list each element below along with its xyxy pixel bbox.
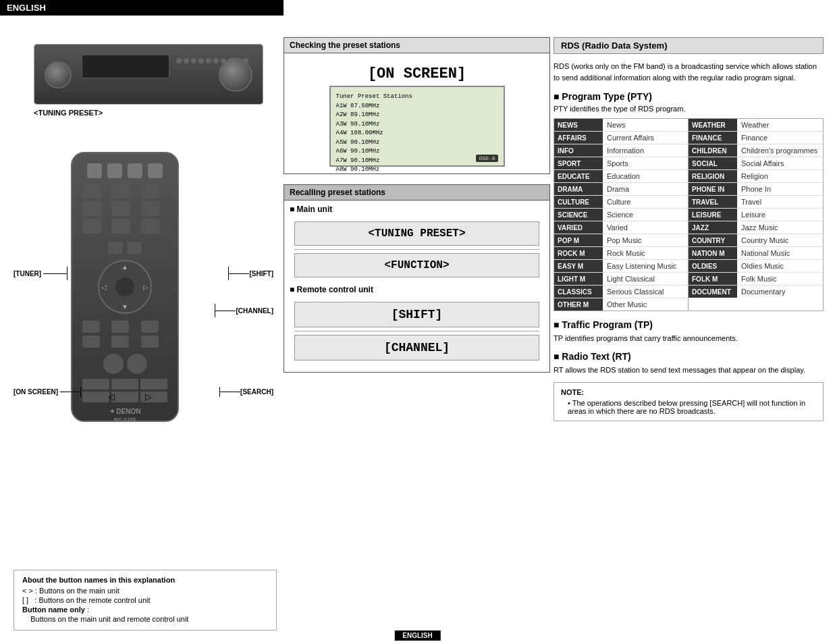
remote-round-btn bbox=[127, 354, 147, 374]
remote-small-btn bbox=[140, 392, 167, 402]
pty-code: VARIED bbox=[554, 221, 603, 234]
pty-code: FOLK M bbox=[689, 273, 737, 285]
pty-name: Documentary bbox=[737, 286, 789, 298]
on-screen-label-group: [ON SCREEN] bbox=[14, 387, 81, 397]
pty-row: DOCUMENT Documentary bbox=[689, 286, 823, 298]
pty-code: CULTURE bbox=[554, 196, 603, 208]
pty-code: PHONE IN bbox=[689, 183, 737, 195]
program-type-heading: Program Type (PTY) bbox=[554, 91, 824, 102]
tuner-label-group: [TUNER] bbox=[14, 267, 68, 280]
pty-row: SCIENCE Science bbox=[554, 209, 688, 221]
remote-logo: ✦ DENONRC-1120 bbox=[72, 408, 178, 423]
pty-name: Religion bbox=[737, 170, 772, 182]
screen-line-8: A8W 90.10MHz bbox=[336, 165, 498, 175]
recalling-title: Recalling preset stations bbox=[284, 185, 549, 200]
explanation-line3: Button name only : bbox=[22, 606, 268, 614]
pty-name: Serious Classical bbox=[603, 286, 668, 298]
search-label: [SEARCH] bbox=[240, 388, 273, 396]
pty-name: Phone In bbox=[737, 183, 775, 195]
remote-small-btn bbox=[111, 379, 138, 390]
pty-row: EDUCATE Education bbox=[554, 170, 688, 183]
pty-row: TRAVEL Travel bbox=[689, 196, 823, 209]
receiver-knob-right bbox=[219, 58, 252, 92]
screen-line-6: A6W 90.10MHz bbox=[336, 147, 498, 157]
pty-name: Weather bbox=[737, 119, 773, 131]
remote-num-btn bbox=[82, 201, 101, 216]
center-panel: Checking the preset stations [ON SCREEN]… bbox=[284, 37, 550, 383]
pty-row: AFFAIRS Current Affairs bbox=[554, 132, 688, 144]
pty-code: LIGHT M bbox=[554, 273, 603, 285]
checking-content: [ON SCREEN] Tuner Preset Stations A1W 87… bbox=[284, 53, 549, 173]
pty-code: RELIGION bbox=[689, 170, 737, 182]
screen-line-1: A1W 87.50MHz bbox=[336, 102, 498, 111]
remote-top-btn bbox=[87, 163, 102, 178]
pty-name: Current Affairs bbox=[603, 132, 658, 144]
remote-body: ▲ ▼ ◁ ▷ bbox=[71, 152, 179, 422]
pty-name: Easy Listening Music bbox=[603, 260, 680, 272]
pty-name: Folk Music bbox=[737, 273, 781, 285]
pty-row: DRAMA Drama bbox=[554, 183, 688, 196]
pty-row: EASY M Easy Listening Music bbox=[554, 260, 688, 273]
pty-code: NEWS bbox=[554, 119, 603, 131]
remote-top-btn bbox=[128, 163, 142, 178]
pty-name: Social Affairs bbox=[737, 157, 788, 169]
pty-name: News bbox=[603, 119, 630, 131]
note-label: NOTE: bbox=[561, 388, 816, 396]
pty-name: Oldies Music bbox=[737, 260, 788, 272]
receiver-image bbox=[34, 44, 263, 105]
remote-control-header: Remote control unit bbox=[284, 281, 549, 298]
remote-small-btn bbox=[82, 392, 109, 402]
right-panel: RDS (Radio Data System) RDS (works only … bbox=[554, 37, 824, 421]
pty-row: ROCK M Rock Music bbox=[554, 247, 688, 260]
remote-bottom-btn bbox=[141, 336, 159, 348]
pty-name: Country Music bbox=[737, 234, 792, 246]
remote-small-btn bbox=[111, 392, 138, 402]
traffic-heading: Traffic Program (TP) bbox=[554, 319, 824, 330]
pty-name: Varied bbox=[603, 221, 632, 234]
screen-line-4: A4W 108.00MHz bbox=[336, 129, 498, 138]
receiver-display bbox=[82, 55, 169, 78]
pty-code: EDUCATE bbox=[554, 170, 603, 182]
pty-code: FINANCE bbox=[689, 132, 737, 144]
note-section: NOTE: The operations described below pre… bbox=[554, 382, 824, 421]
pty-row: VARIED Varied bbox=[554, 221, 688, 234]
pty-code: POP M bbox=[554, 234, 603, 246]
button-name-only: Button name only bbox=[22, 606, 85, 614]
remote-arrow-left: ◁ bbox=[108, 392, 115, 402]
tuning-preset-label: <TUNING PRESET> bbox=[34, 109, 277, 117]
channel-button: [CHANNEL] bbox=[294, 335, 539, 360]
remote-num-btn bbox=[111, 219, 130, 234]
recalling-section: Recalling preset stations Main unit <TUN… bbox=[284, 184, 550, 373]
pty-row: INFO Information bbox=[554, 144, 688, 157]
checking-section: Checking the preset stations [ON SCREEN]… bbox=[284, 37, 550, 174]
remote-num-btn bbox=[141, 184, 160, 198]
pty-code: OLDIES bbox=[689, 260, 737, 272]
radio-text-desc: RT allows the RDS station to send text m… bbox=[554, 365, 824, 376]
pty-code: SPORT bbox=[554, 157, 603, 169]
shift-button: [SHIFT] bbox=[294, 302, 539, 327]
pty-code: AFFAIRS bbox=[554, 132, 603, 144]
language-label: ENGLISH bbox=[7, 3, 46, 13]
pty-row: SOCIAL Social Affairs bbox=[689, 157, 823, 170]
remote-bottom-btn bbox=[141, 321, 159, 333]
pty-code: ROCK M bbox=[554, 247, 603, 259]
checking-title: Checking the preset stations bbox=[284, 38, 549, 53]
remote-num-btn bbox=[82, 184, 101, 198]
pty-code: DRAMA bbox=[554, 183, 603, 195]
angle-desc: : Buttons on the main unit bbox=[35, 587, 119, 595]
remote-small-btn bbox=[82, 379, 109, 390]
radio-text-heading: Radio Text (RT) bbox=[554, 351, 824, 362]
traffic-desc: TP identifies programs that carry traffi… bbox=[554, 333, 824, 344]
main-unit-header: Main unit bbox=[284, 200, 549, 218]
pty-code: TRAVEL bbox=[689, 196, 737, 208]
pty-code: CHILDREN bbox=[689, 144, 737, 157]
pty-row: NEWS News bbox=[554, 119, 688, 132]
pty-row: JAZZ Jazz Music bbox=[689, 221, 823, 234]
pty-code: JAZZ bbox=[689, 221, 737, 234]
pty-row: CHILDREN Children's programmes bbox=[689, 144, 823, 157]
pty-name: Jazz Music bbox=[737, 221, 782, 234]
pty-code: CLASSICS bbox=[554, 286, 603, 298]
pty-name: Sports bbox=[603, 157, 632, 169]
pty-row: NATION M National Music bbox=[689, 247, 823, 260]
pty-code: COUNTRY bbox=[689, 234, 737, 246]
